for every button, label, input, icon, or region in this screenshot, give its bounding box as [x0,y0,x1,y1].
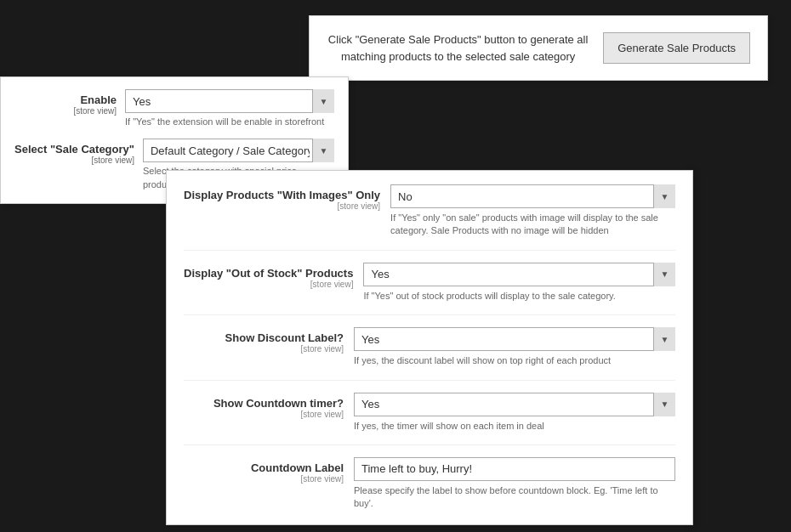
discount-label-select-wrapper: Yes No ▼ [354,327,675,351]
display-with-images-store-view: [store view] [184,201,380,211]
sale-category-store-view: [store view] [14,156,134,165]
discount-label-label: Show Discount Label? [225,331,344,344]
sale-category-select[interactable]: Default Category / Sale Category Demo [143,139,334,162]
enable-label: Enable [80,93,117,106]
display-with-images-label: Display Products "With Images" Only [184,189,380,201]
countdown-label-label: Countdown Label [251,461,344,474]
countdown-timer-label-group: Show Countdown timer? [store view] [184,393,354,419]
display-with-images-select-wrapper: No Yes ▼ [390,184,675,208]
out-of-stock-field: Yes No ▼ If "Yes" out of stock products … [363,263,675,303]
display-with-images-hint: If "Yes" only "on sale" products with im… [390,212,675,238]
countdown-timer-select[interactable]: Yes No [354,393,675,416]
countdown-timer-hint: If yes, the timer will show on each item… [354,420,675,433]
countdown-timer-store-view: [store view] [184,410,344,419]
countdown-timer-select-wrapper: Yes No ▼ [354,393,675,416]
sale-category-label-group: Select "Sale Category" [store view] [14,139,143,165]
countdown-label-row: Countdown Label [store view] Please spec… [184,457,675,511]
sale-category-select-wrapper: Default Category / Sale Category Demo ▼ [143,139,334,162]
countdown-label-label-group: Countdown Label [store view] [184,457,354,484]
discount-label-hint: If yes, the discount label will show on … [354,354,675,367]
out-of-stock-hint: If "Yes" out of stock products will disp… [363,290,675,303]
out-of-stock-select[interactable]: Yes No [363,263,675,286]
countdown-timer-field: Yes No ▼ If yes, the timer will show on … [354,393,675,433]
discount-label-select[interactable]: Yes No [354,327,675,351]
discount-label-row: Show Discount Label? [store view] Yes No… [184,327,675,380]
generate-sale-panel: Click "Generate Sale Products" button to… [309,15,768,81]
enable-select-wrapper: Yes No ▼ [125,89,334,113]
out-of-stock-row: Display "Out of Stock" Products [store v… [184,263,675,315]
countdown-timer-row: Show Countdown timer? [store view] Yes N… [184,393,675,445]
discount-label-store-view: [store view] [184,344,344,354]
countdown-label-input[interactable] [354,457,675,481]
out-of-stock-select-wrapper: Yes No ▼ [363,263,675,286]
out-of-stock-store-view: [store view] [184,280,353,289]
discount-label-label-group: Show Discount Label? [store view] [184,327,354,354]
enable-row: Enable [store view] Yes No ▼ If "Yes" th… [14,89,334,128]
enable-store-view: [store view] [14,106,117,116]
countdown-label-field: Please specify the label to show before … [354,457,675,511]
countdown-label-hint: Please specify the label to show before … [354,484,675,511]
enable-label-group: Enable [store view] [14,89,125,116]
countdown-timer-label: Show Countdown timer? [213,397,344,410]
display-settings-panel: Display Products "With Images" Only [sto… [166,170,693,525]
sale-category-label: Select "Sale Category" [14,143,134,156]
generate-sale-description: Click "Generate Sale Products" button to… [327,31,589,65]
generate-sale-button[interactable]: Generate Sale Products [603,32,750,64]
discount-label-field: Yes No ▼ If yes, the discount label will… [354,327,675,367]
out-of-stock-label-group: Display "Out of Stock" Products [store v… [184,263,363,289]
out-of-stock-label: Display "Out of Stock" Products [184,267,353,280]
display-with-images-select[interactable]: No Yes [390,184,675,208]
enable-select[interactable]: Yes No [125,89,334,113]
display-with-images-label-group: Display Products "With Images" Only [sto… [184,184,390,211]
enable-control: Yes No ▼ If "Yes" the extension will be … [125,89,334,128]
display-with-images-field: No Yes ▼ If "Yes" only "on sale" product… [390,184,675,238]
display-with-images-row: Display Products "With Images" Only [sto… [184,184,675,251]
enable-hint: If "Yes" the extension will be enable in… [125,116,334,128]
countdown-label-store-view: [store view] [184,474,344,484]
